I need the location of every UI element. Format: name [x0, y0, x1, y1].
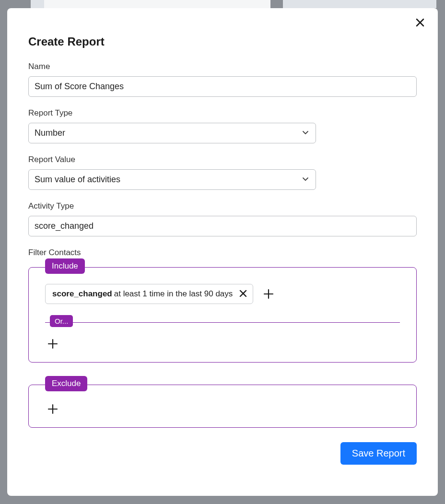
- field-name: Name: [28, 62, 417, 97]
- plus-icon: [47, 403, 59, 415]
- condition-chip[interactable]: score_changed at least 1 time in the las…: [45, 284, 253, 304]
- add-exclude-condition-button[interactable]: [45, 401, 60, 417]
- include-condition-row: score_changed at least 1 time in the las…: [45, 284, 400, 304]
- plus-icon: [263, 288, 274, 300]
- modal-title: Create Report: [28, 35, 417, 48]
- label-activity-type: Activity Type: [28, 201, 417, 211]
- save-report-button[interactable]: Save Report: [340, 442, 417, 465]
- or-badge: Or...: [50, 315, 73, 327]
- plus-icon: [47, 338, 59, 350]
- field-activity-type: Activity Type: [28, 201, 417, 236]
- close-icon: [239, 290, 247, 297]
- label-report-type: Report Type: [28, 108, 417, 118]
- field-report-value: Report Value: [28, 155, 417, 190]
- condition-text: at least 1 time in the last 90 days: [114, 289, 233, 299]
- filter-contacts-section: Filter Contacts Include score_changed at…: [28, 248, 417, 428]
- remove-condition-button[interactable]: [239, 289, 247, 299]
- field-report-type: Report Type: [28, 108, 417, 143]
- activity-type-input[interactable]: [28, 216, 417, 236]
- add-and-condition-button[interactable]: [261, 286, 276, 302]
- name-input[interactable]: [28, 76, 417, 97]
- exclude-badge: Exclude: [45, 376, 87, 391]
- add-or-condition-button[interactable]: [45, 336, 60, 352]
- close-icon: [416, 18, 424, 27]
- close-button[interactable]: [413, 16, 427, 29]
- report-type-select[interactable]: [28, 123, 316, 143]
- label-filter-contacts: Filter Contacts: [28, 248, 417, 258]
- create-report-modal: Create Report Name Report Type Report Va…: [7, 8, 438, 496]
- exclude-box: Exclude: [28, 385, 417, 428]
- include-box: Include score_changed at least 1 time in…: [28, 267, 417, 363]
- report-value-select[interactable]: [28, 169, 316, 190]
- include-badge: Include: [45, 258, 85, 274]
- label-report-value: Report Value: [28, 155, 417, 164]
- or-divider: Or...: [45, 322, 400, 323]
- condition-activity: score_changed: [52, 289, 112, 299]
- label-name: Name: [28, 62, 417, 71]
